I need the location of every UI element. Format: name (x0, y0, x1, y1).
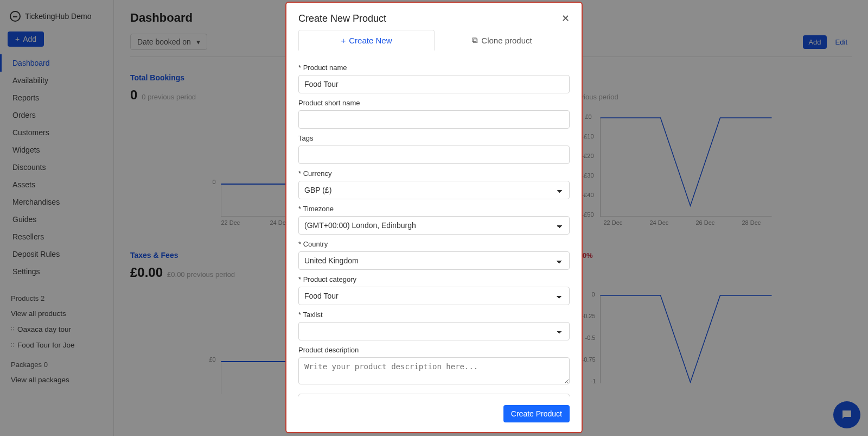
modal-title: Create New Product (298, 13, 386, 24)
plus-icon: + (341, 36, 346, 45)
tab-clone-product[interactable]: ⧉ Clone product (435, 30, 570, 50)
product-short-name-input[interactable] (298, 110, 570, 129)
timezone-select[interactable]: (GMT+00:00) London, Edinburgh (298, 216, 570, 235)
modal-close-button[interactable]: ✕ (561, 12, 570, 24)
label-category: * Product category (298, 275, 570, 283)
label-product-name: * Product name (298, 64, 570, 72)
currency-select[interactable]: GBP (£) (298, 181, 570, 199)
label-timezone: * Timezone (298, 205, 570, 213)
copy-icon: ⧉ (472, 35, 478, 45)
product-name-input[interactable] (298, 75, 570, 93)
create-product-button[interactable]: Create Product (503, 405, 570, 422)
category-select[interactable]: Food Tour (298, 287, 570, 305)
label-description: Product description (298, 346, 570, 354)
tab-create-new[interactable]: + Create New (298, 30, 435, 50)
label-currency: * Currency (298, 169, 570, 178)
label-taxlist: * Taxlist (298, 311, 570, 319)
create-product-modal: Create New Product ✕ + Create New ⧉ Clon… (285, 2, 583, 433)
taxlist-select[interactable] (298, 322, 570, 340)
close-icon: ✕ (561, 13, 570, 24)
label-country: * Country (298, 240, 570, 248)
tags-input[interactable] (298, 146, 570, 164)
country-select[interactable]: United Kingdom (298, 251, 570, 270)
description-textarea[interactable] (298, 357, 570, 384)
label-short-name: Product short name (298, 99, 570, 107)
label-tags: Tags (298, 134, 570, 142)
modal-tabs: + Create New ⧉ Clone product (286, 30, 582, 50)
